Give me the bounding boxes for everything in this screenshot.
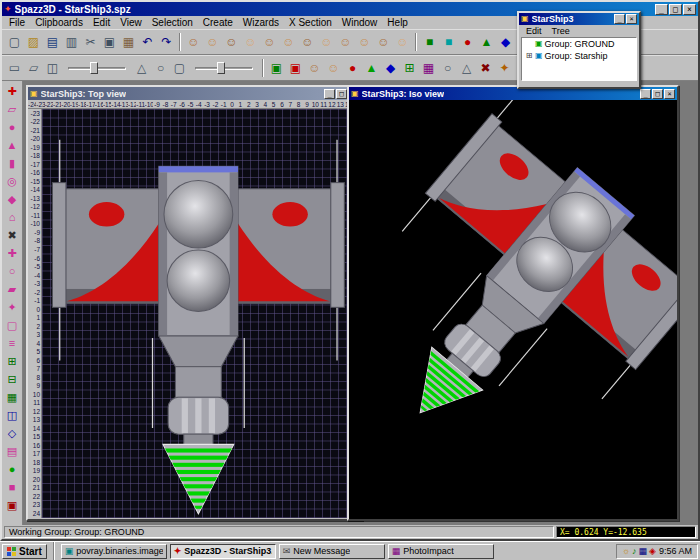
side-toolbar-button[interactable]: ✚: [3, 244, 22, 262]
tree-menu-item[interactable]: Edit: [522, 26, 546, 36]
toolbar-button[interactable]: ▣: [286, 58, 305, 78]
wizard-avatar-button[interactable]: ☺: [279, 32, 298, 52]
toolbar-button[interactable]: ✖: [476, 58, 495, 78]
side-toolbar-button[interactable]: ▢: [3, 316, 22, 334]
toolbar-button[interactable]: ▣: [267, 58, 286, 78]
slider-thumb[interactable]: [217, 62, 225, 74]
wizard-avatar-button[interactable]: ☺: [336, 32, 355, 52]
menu-item[interactable]: Clipboards: [30, 17, 88, 28]
wizard-avatar-button[interactable]: ☺: [374, 32, 393, 52]
side-toolbar-button[interactable]: ◇: [3, 424, 22, 442]
top-view-minimize-button[interactable]: _: [324, 89, 335, 99]
menu-item[interactable]: Wizards: [238, 17, 284, 28]
menu-item[interactable]: Window: [337, 17, 383, 28]
app-close-button[interactable]: ×: [683, 4, 696, 15]
toolbar-button[interactable]: ▦: [119, 32, 138, 52]
side-toolbar-button[interactable]: ✦: [3, 298, 22, 316]
tray-icon[interactable]: ♪: [632, 547, 637, 556]
toolbar-button[interactable]: ⊞: [400, 58, 419, 78]
tree-window-close-button[interactable]: ×: [626, 14, 637, 24]
side-toolbar-button[interactable]: ▱: [3, 100, 22, 118]
side-toolbar-button[interactable]: ●: [3, 460, 22, 478]
toolbar-button[interactable]: ✂: [81, 32, 100, 52]
toolbar-button[interactable]: ▢: [5, 32, 24, 52]
side-toolbar-button[interactable]: ▦: [3, 388, 22, 406]
toolbar-button[interactable]: ▨: [24, 32, 43, 52]
taskbar-task-button[interactable]: ✉ New Message: [279, 544, 385, 559]
toolbar-button[interactable]: ●: [343, 58, 362, 78]
toolbar-slider-1[interactable]: [66, 59, 128, 77]
toolbar-button[interactable]: ▢: [170, 58, 189, 78]
iso-view-canvas[interactable]: [349, 100, 677, 519]
toolbar-button[interactable]: ☺: [305, 58, 324, 78]
top-view-canvas[interactable]: [42, 109, 361, 518]
menu-item[interactable]: Selection: [147, 17, 198, 28]
side-toolbar-button[interactable]: ◎: [3, 172, 22, 190]
tree-item[interactable]: ⊞ ▣ Group: Starship: [522, 50, 636, 62]
toolbar-button[interactable]: ✦: [495, 58, 514, 78]
slider-thumb[interactable]: [90, 62, 98, 74]
tray-icon[interactable]: ☼: [622, 547, 630, 556]
side-toolbar-button[interactable]: ▮: [3, 154, 22, 172]
toolbar-button[interactable]: ■: [439, 32, 458, 52]
side-toolbar-button[interactable]: ▤: [3, 442, 22, 460]
menu-item[interactable]: X Section: [284, 17, 337, 28]
toolbar-button[interactable]: ▣: [100, 32, 119, 52]
side-toolbar-button[interactable]: ▰: [3, 280, 22, 298]
wizard-avatar-button[interactable]: ☺: [260, 32, 279, 52]
tray-icon[interactable]: ▦: [639, 547, 648, 556]
toolbar-button[interactable]: ●: [458, 32, 477, 52]
toolbar-button[interactable]: ■: [420, 32, 439, 52]
menu-item[interactable]: Edit: [88, 17, 115, 28]
wizard-avatar-button[interactable]: ☺: [241, 32, 260, 52]
tree-window-titlebar[interactable]: ▣ StarShip3 _ ×: [519, 13, 639, 25]
toolbar-button[interactable]: ○: [151, 58, 170, 78]
menu-item[interactable]: Create: [198, 17, 238, 28]
side-toolbar-button[interactable]: ◫: [3, 406, 22, 424]
tree-window-minimize-button[interactable]: _: [614, 14, 625, 24]
toolbar-button[interactable]: ↶: [138, 32, 157, 52]
side-toolbar-button[interactable]: ▣: [3, 496, 22, 514]
side-toolbar-button[interactable]: ⌂: [3, 208, 22, 226]
side-toolbar-button[interactable]: ■: [3, 478, 22, 496]
wizard-avatar-button[interactable]: ☺: [355, 32, 374, 52]
toolbar-slider-2[interactable]: [193, 59, 255, 77]
side-toolbar-button[interactable]: ○: [3, 262, 22, 280]
toolbar-button[interactable]: ▦: [419, 58, 438, 78]
toolbar-button[interactable]: ↷: [157, 32, 176, 52]
tree-expander-icon[interactable]: ⊞: [525, 52, 533, 60]
iso-view-close-button[interactable]: ×: [664, 89, 675, 99]
toolbar-button[interactable]: ◆: [496, 32, 515, 52]
side-toolbar-button[interactable]: ●: [3, 118, 22, 136]
tray-icon[interactable]: ◈: [649, 547, 656, 556]
menu-item[interactable]: View: [115, 17, 147, 28]
top-view-maximize-button[interactable]: □: [336, 89, 347, 99]
wizard-avatar-button[interactable]: ☺: [222, 32, 241, 52]
side-toolbar-button[interactable]: ≡: [3, 334, 22, 352]
wizard-avatar-button[interactable]: ☺: [393, 32, 412, 52]
toolbar-button[interactable]: ○: [438, 58, 457, 78]
side-toolbar-button[interactable]: ◆: [3, 190, 22, 208]
start-button[interactable]: Start: [2, 544, 47, 559]
side-toolbar-button[interactable]: ✖: [3, 226, 22, 244]
taskbar-task-button[interactable]: ▣ povray.binaries.image...: [61, 544, 167, 559]
toolbar-button[interactable]: ▲: [477, 32, 496, 52]
side-toolbar-button[interactable]: ▲: [3, 136, 22, 154]
wizard-avatar-button[interactable]: ☺: [317, 32, 336, 52]
side-toolbar-button[interactable]: ⊞: [3, 352, 22, 370]
toolbar-button[interactable]: ◆: [381, 58, 400, 78]
toolbar-button[interactable]: ▲: [362, 58, 381, 78]
toolbar-button[interactable]: ☺: [324, 58, 343, 78]
tree-item[interactable]: ▣ Group: GROUND: [522, 38, 636, 50]
toolbar-button[interactable]: ▱: [24, 58, 43, 78]
wizard-avatar-button[interactable]: ☺: [184, 32, 203, 52]
app-maximize-button[interactable]: □: [669, 4, 682, 15]
toolbar-button[interactable]: ▥: [62, 32, 81, 52]
toolbar-button[interactable]: ▤: [43, 32, 62, 52]
toolbar-button[interactable]: ▭: [5, 58, 24, 78]
menu-item[interactable]: File: [4, 17, 30, 28]
toolbar-button[interactable]: △: [132, 58, 151, 78]
toolbar-button[interactable]: ◫: [43, 58, 62, 78]
wizard-avatar-button[interactable]: ☺: [203, 32, 222, 52]
iso-view-minimize-button[interactable]: _: [640, 89, 651, 99]
